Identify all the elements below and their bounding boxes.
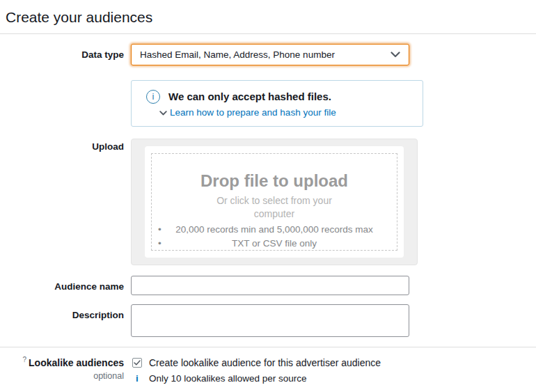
audience-name-label: Audience name — [0, 276, 124, 295]
dropzone-title: Drop file to upload — [200, 171, 348, 191]
upload-row: Upload Drop file to upload Or click to s… — [0, 139, 536, 265]
chevron-down-icon — [391, 52, 400, 58]
dropzone-subtitle: Or click to select from your computer — [205, 194, 344, 221]
lookalike-label: Lookalike audiences — [29, 357, 124, 368]
prepare-hash-link[interactable]: Learn how to prepare and hash your file — [159, 107, 336, 118]
optional-text: optional — [0, 371, 124, 381]
lookalike-note: i Only 10 lookalikes allowed per source — [131, 373, 536, 384]
prepare-hash-link-label: Learn how to prepare and hash your file — [170, 107, 336, 118]
upload-card: Drop file to upload Or click to select f… — [145, 146, 404, 258]
audience-name-row: Audience name — [0, 276, 536, 295]
page-header: Create your audiences — [0, 0, 536, 33]
info-banner-row: i We can only accept hashed files. Learn… — [0, 80, 536, 127]
bullet-icon: • — [158, 223, 161, 237]
data-type-selected-value: Hashed Email, Name, Address, Phone numbe… — [140, 49, 335, 60]
chevron-down-icon — [159, 111, 167, 116]
help-tooltip-marker[interactable]: ? — [22, 356, 26, 363]
upload-requirements: • 20,000 records min and 5,000,000 recor… — [152, 223, 397, 251]
audience-name-input[interactable] — [131, 276, 409, 295]
description-textarea[interactable] — [131, 304, 409, 337]
description-row: Description — [0, 304, 536, 337]
lookalike-checkbox-label[interactable]: Create lookalike audience for this adver… — [149, 357, 381, 368]
lookalike-note-text: Only 10 lookalikes allowed per source — [149, 373, 307, 384]
section-divider — [0, 347, 536, 347]
lookalike-checkbox[interactable] — [132, 358, 142, 368]
upload-label: Upload — [0, 139, 124, 265]
upload-requirement: • TXT or CSV file only — [152, 237, 397, 251]
lookalike-row: ?Lookalike audiences optional Create loo… — [0, 356, 536, 384]
info-icon: i — [146, 90, 160, 104]
upload-requirement: • 20,000 records min and 5,000,000 recor… — [152, 223, 397, 237]
upload-dropzone[interactable]: Drop file to upload Or click to select f… — [151, 153, 397, 251]
data-type-label: Data type — [0, 44, 124, 65]
description-label: Description — [0, 304, 124, 337]
upload-panel: Drop file to upload Or click to select f… — [131, 139, 418, 265]
data-type-select[interactable]: Hashed Email, Name, Address, Phone numbe… — [131, 44, 409, 65]
info-banner-title: We can only accept hashed files. — [168, 90, 336, 103]
check-icon — [134, 360, 141, 366]
info-icon: i — [132, 373, 142, 384]
data-type-row: Data type Hashed Email, Name, Address, P… — [0, 44, 536, 65]
page-title: Create your audiences — [6, 8, 530, 26]
info-banner: i We can only accept hashed files. Learn… — [131, 80, 423, 127]
bullet-icon: • — [158, 237, 161, 251]
header-divider — [0, 33, 536, 34]
